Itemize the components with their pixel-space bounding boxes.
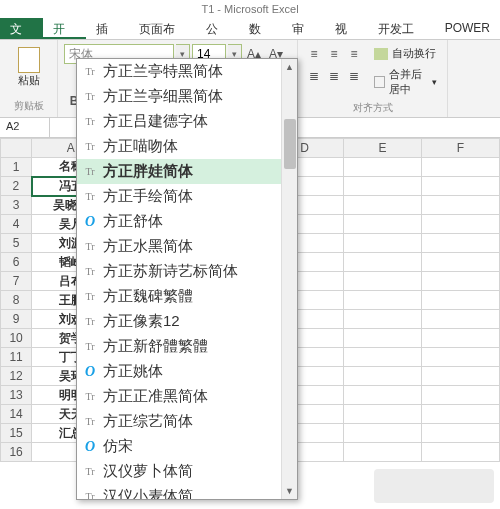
cell[interactable]	[344, 329, 422, 348]
align-bot-icon[interactable]: ≡	[344, 44, 364, 64]
cell[interactable]	[422, 291, 500, 310]
col-header[interactable]: E	[344, 139, 422, 158]
cell[interactable]	[422, 177, 500, 196]
cell[interactable]	[344, 348, 422, 367]
cell[interactable]	[422, 196, 500, 215]
wrap-text-button[interactable]: 自动换行	[370, 44, 441, 63]
font-dropdown-list[interactable]: Tr方正兰亭特黑简体Tr方正兰亭细黑简体Tr方正吕建德字体Tr方正喵吻体Tr方正…	[76, 58, 298, 500]
cell[interactable]	[344, 443, 422, 462]
font-opentype-icon: O	[83, 365, 97, 379]
font-option[interactable]: Tr方正兰亭特黑简体	[77, 59, 282, 84]
font-option[interactable]: Tr方正兰亭细黑简体	[77, 84, 282, 109]
cell[interactable]	[422, 272, 500, 291]
cell[interactable]	[344, 272, 422, 291]
tab-data[interactable]: 数据	[239, 18, 282, 39]
cell[interactable]	[422, 424, 500, 443]
cell[interactable]	[422, 367, 500, 386]
cell[interactable]	[422, 215, 500, 234]
row-header[interactable]: 8	[1, 291, 32, 310]
cell[interactable]	[344, 215, 422, 234]
font-option[interactable]: Tr方正水黑简体	[77, 234, 282, 259]
row-header[interactable]: 12	[1, 367, 32, 386]
cell[interactable]	[422, 158, 500, 177]
paste-button[interactable]: 粘贴	[9, 44, 49, 90]
font-option[interactable]: Tr方正正准黑简体	[77, 384, 282, 409]
tab-dev[interactable]: 开发工具	[368, 18, 434, 39]
row-header[interactable]: 14	[1, 405, 32, 424]
row-header[interactable]: 13	[1, 386, 32, 405]
cell[interactable]	[344, 386, 422, 405]
name-box[interactable]: A2	[0, 118, 50, 137]
tab-review[interactable]: 审阅	[282, 18, 325, 39]
col-header[interactable]: F	[422, 139, 500, 158]
tab-insert[interactable]: 插入	[86, 18, 129, 39]
tab-file[interactable]: 文件	[0, 18, 43, 39]
align-mid-icon[interactable]: ≡	[324, 44, 344, 64]
cell[interactable]	[344, 424, 422, 443]
tab-formula[interactable]: 公式	[196, 18, 239, 39]
tab-layout[interactable]: 页面布局	[129, 18, 195, 39]
font-truetype-icon: Tr	[83, 390, 97, 404]
row-header[interactable]: 7	[1, 272, 32, 291]
row-header[interactable]: 9	[1, 310, 32, 329]
cell[interactable]	[422, 386, 500, 405]
row-header[interactable]: 10	[1, 329, 32, 348]
align-center-icon[interactable]: ≣	[324, 66, 344, 86]
cell[interactable]	[344, 253, 422, 272]
cell[interactable]	[422, 443, 500, 462]
row-header[interactable]: 16	[1, 443, 32, 462]
cell[interactable]	[422, 310, 500, 329]
align-left-icon[interactable]: ≣	[304, 66, 324, 86]
font-option[interactable]: O仿宋	[77, 434, 282, 459]
cell[interactable]	[422, 348, 500, 367]
font-option[interactable]: Tr汉仪小麦体简	[77, 484, 282, 499]
font-option[interactable]: Tr方正手绘简体	[77, 184, 282, 209]
font-option[interactable]: Tr汉仪萝卜体简	[77, 459, 282, 484]
row-header[interactable]: 11	[1, 348, 32, 367]
tab-power[interactable]: POWER	[435, 18, 500, 39]
font-option[interactable]: Tr方正胖娃简体	[77, 159, 282, 184]
align-top-icon[interactable]: ≡	[304, 44, 324, 64]
group-align: ≡ ≡ ≡ ≣ ≣ ≣ 自动换行 合并后居中▾ 对齐方式	[298, 40, 448, 117]
row-header[interactable]: 4	[1, 215, 32, 234]
font-option[interactable]: Tr方正吕建德字体	[77, 109, 282, 134]
watermark	[374, 469, 494, 503]
scroll-down-icon[interactable]: ▼	[282, 483, 297, 499]
cell[interactable]	[344, 405, 422, 424]
align-right-icon[interactable]: ≣	[344, 66, 364, 86]
merge-center-button[interactable]: 合并后居中▾	[370, 65, 441, 99]
cell[interactable]	[344, 291, 422, 310]
font-option[interactable]: Tr方正魏碑繁體	[77, 284, 282, 309]
row-header[interactable]: 1	[1, 158, 32, 177]
cell[interactable]	[422, 234, 500, 253]
tab-view[interactable]: 视图	[325, 18, 368, 39]
cell[interactable]	[344, 234, 422, 253]
cell[interactable]	[422, 253, 500, 272]
font-option[interactable]: O方正舒体	[77, 209, 282, 234]
cell[interactable]	[422, 405, 500, 424]
scroll-up-icon[interactable]: ▲	[282, 59, 297, 75]
row-header[interactable]: 3	[1, 196, 32, 215]
cell[interactable]	[344, 196, 422, 215]
font-option[interactable]: Tr方正综艺简体	[77, 409, 282, 434]
font-option[interactable]: Tr方正喵吻体	[77, 134, 282, 159]
dropdown-scrollbar[interactable]: ▲ ▼	[281, 59, 297, 499]
select-all-corner[interactable]	[1, 139, 32, 158]
cell[interactable]	[344, 310, 422, 329]
row-header[interactable]: 2	[1, 177, 32, 196]
font-option[interactable]: Tr方正新舒體繁體	[77, 334, 282, 359]
font-option[interactable]: Tr方正苏新诗艺标简体	[77, 259, 282, 284]
scroll-thumb[interactable]	[284, 119, 296, 169]
row-header[interactable]: 15	[1, 424, 32, 443]
font-option[interactable]: Tr方正像素12	[77, 309, 282, 334]
font-option[interactable]: O方正姚体	[77, 359, 282, 384]
cell[interactable]	[344, 158, 422, 177]
cell[interactable]	[344, 177, 422, 196]
cell[interactable]	[344, 367, 422, 386]
align-group-label: 对齐方式	[304, 101, 441, 115]
row-header[interactable]: 6	[1, 253, 32, 272]
cell[interactable]	[422, 329, 500, 348]
font-option-label: 方正水黑简体	[103, 237, 193, 256]
row-header[interactable]: 5	[1, 234, 32, 253]
tab-home[interactable]: 开始	[43, 18, 86, 39]
